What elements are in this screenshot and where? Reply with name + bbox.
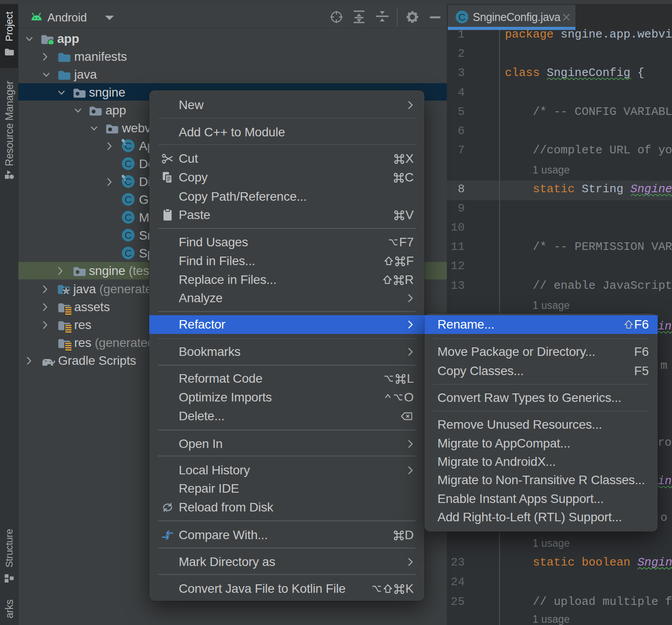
svg-text:C: C xyxy=(125,158,132,169)
svg-text:C: C xyxy=(125,194,132,205)
svg-text:C: C xyxy=(458,12,466,23)
svg-text:C: C xyxy=(125,140,132,152)
svg-text:C: C xyxy=(125,230,132,241)
svg-text:C: C xyxy=(125,176,132,187)
svg-text:C: C xyxy=(125,212,132,223)
svg-text:C: C xyxy=(125,248,132,259)
